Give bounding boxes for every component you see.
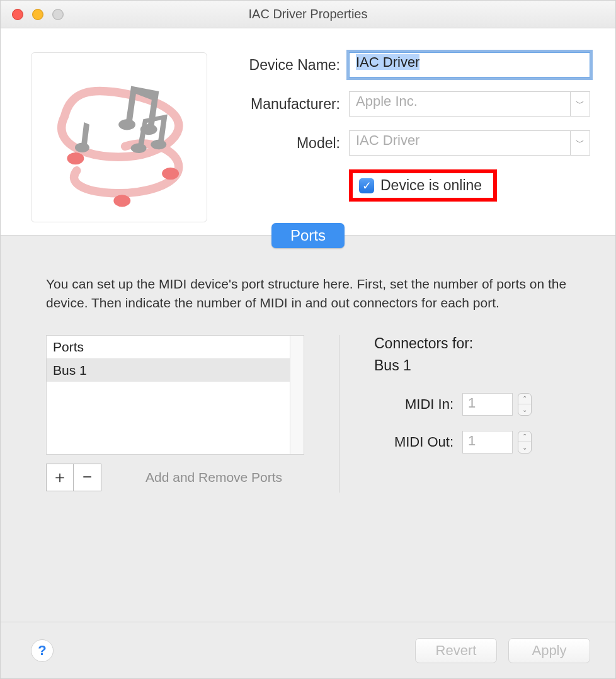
midi-out-label: MIDI Out: xyxy=(374,434,462,450)
device-online-checkbox[interactable]: ✓ xyxy=(359,178,374,193)
scrollbar[interactable] xyxy=(290,336,304,454)
ports-table[interactable]: Ports Bus 1 xyxy=(46,335,304,455)
device-name-value: IAC Driver xyxy=(356,54,419,70)
add-remove-label: Add and Remove Ports xyxy=(145,470,282,485)
svg-point-1 xyxy=(162,168,179,180)
device-name-input[interactable]: IAC Driver xyxy=(349,52,590,77)
chevron-down-icon[interactable]: ﹀ xyxy=(570,91,590,117)
chevron-up-icon[interactable]: ⌃ xyxy=(518,394,531,404)
help-button[interactable]: ? xyxy=(31,639,54,662)
divider xyxy=(339,335,339,493)
revert-button[interactable]: Revert xyxy=(415,638,497,663)
apply-button[interactable]: Apply xyxy=(508,638,590,663)
midi-notes-icon xyxy=(40,62,198,213)
device-form: Device Name: IAC Driver Manufacturer: Ap… xyxy=(232,52,590,222)
model-value: IAC Driver xyxy=(349,130,570,156)
midi-in-input[interactable]: 1 xyxy=(462,393,513,416)
chevron-down-icon[interactable]: ﹀ xyxy=(570,130,590,156)
model-combo[interactable]: IAC Driver ﹀ xyxy=(349,130,590,156)
connectors-title: Connectors for: xyxy=(374,335,570,352)
ports-header: Ports xyxy=(47,336,304,359)
footer: ? Revert Apply xyxy=(1,622,615,678)
remove-port-button[interactable]: − xyxy=(74,464,101,491)
titlebar: IAC Driver Properties xyxy=(1,1,615,28)
ports-section: You can set up the MIDI device's port st… xyxy=(1,248,615,493)
add-port-button[interactable]: ＋ xyxy=(46,464,74,491)
properties-window: IAC Driver Properties xyxy=(0,0,616,679)
midi-out-stepper[interactable]: ⌃ ⌄ xyxy=(518,431,532,454)
midi-in-stepper[interactable]: ⌃ ⌄ xyxy=(518,393,532,416)
table-row[interactable]: Bus 1 xyxy=(47,359,304,382)
ports-description: You can set up the MIDI device's port st… xyxy=(46,275,570,313)
chevron-up-icon[interactable]: ⌃ xyxy=(518,431,531,442)
midi-out-input[interactable]: 1 xyxy=(462,431,513,454)
device-online-label: Device is online xyxy=(380,177,482,194)
model-label: Model: xyxy=(232,135,349,152)
device-online-highlight: ✓ Device is online xyxy=(349,169,497,202)
tabs: Ports xyxy=(1,223,615,248)
manufacturer-value: Apple Inc. xyxy=(349,91,570,117)
tab-ports[interactable]: Ports xyxy=(271,223,345,248)
connectors-target: Bus 1 xyxy=(374,357,570,374)
device-icon[interactable] xyxy=(31,52,207,222)
device-name-label: Device Name: xyxy=(232,57,349,74)
svg-point-2 xyxy=(113,195,130,207)
svg-point-0 xyxy=(67,152,84,164)
window-title: IAC Driver Properties xyxy=(1,7,615,21)
manufacturer-label: Manufacturer: xyxy=(232,96,349,113)
connectors-panel: Connectors for: Bus 1 MIDI In: 1 ⌃ ⌄ MID… xyxy=(374,335,570,493)
chevron-down-icon[interactable]: ⌄ xyxy=(518,404,531,415)
chevron-down-icon[interactable]: ⌄ xyxy=(518,442,531,453)
midi-in-label: MIDI In: xyxy=(374,396,462,413)
manufacturer-combo[interactable]: Apple Inc. ﹀ xyxy=(349,91,590,117)
device-info-section: Device Name: IAC Driver Manufacturer: Ap… xyxy=(1,28,615,236)
